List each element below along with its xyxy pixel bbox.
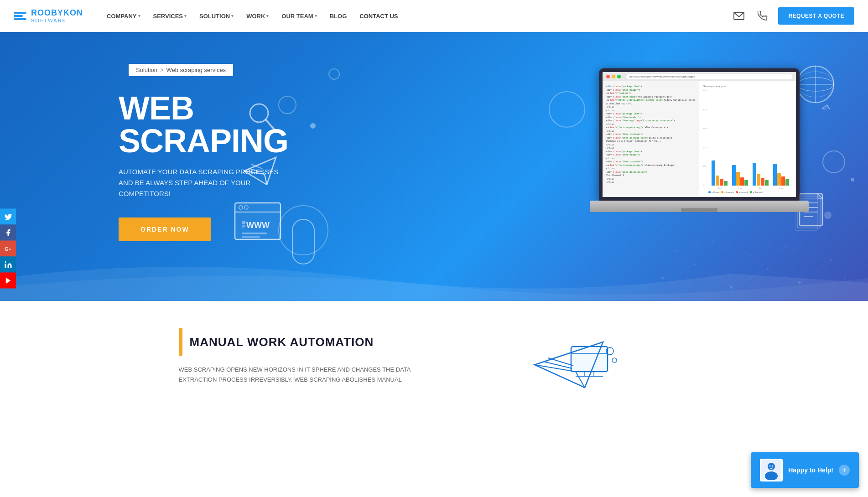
hero-content: WEB SCRAPING AUTOMATE YOUR DATA SCRAPING… bbox=[119, 92, 292, 241]
social-facebook[interactable] bbox=[0, 225, 16, 241]
browser-url: view-source:https://www.discovermeijer.c… bbox=[626, 74, 792, 79]
nav-solution[interactable]: SOLUTION ▾ bbox=[194, 9, 239, 23]
laptop-base bbox=[590, 201, 809, 212]
breadcrumb-parent[interactable]: Solution bbox=[136, 67, 157, 73]
order-now-button[interactable]: ORDER NOW bbox=[119, 217, 211, 241]
laptop-screen: view-source:https://www.discovermeijer.c… bbox=[599, 68, 800, 201]
nav-work[interactable]: WORK ▾ bbox=[241, 9, 274, 23]
laptop-illustration: view-source:https://www.discovermeijer.c… bbox=[590, 68, 809, 228]
nav-contact-us[interactable]: CONTACT US bbox=[354, 9, 403, 23]
code-panel: <div class="package-item"> <div class="i… bbox=[603, 81, 699, 197]
section-text: WEB SCRAPING OPENS NEW HORIZONS IN IT SP… bbox=[179, 365, 416, 385]
header: ROOBYKON SOFTWARE COMPANY ▾ SERVICES ▾ S… bbox=[0, 0, 868, 32]
nav-company[interactable]: COMPANY ▾ bbox=[101, 9, 146, 23]
header-icons: REQUEST A QUOTE bbox=[731, 7, 854, 25]
chevron-down-icon: ▾ bbox=[266, 14, 269, 18]
svg-line-42 bbox=[663, 264, 695, 278]
chevron-down-icon: ▾ bbox=[315, 14, 317, 18]
svg-line-50 bbox=[749, 246, 786, 255]
svg-line-44 bbox=[731, 269, 768, 287]
hero-title: WEB SCRAPING bbox=[119, 92, 292, 157]
social-youtube[interactable] bbox=[0, 273, 16, 289]
section-content: MANUAL WORK AUTOMATION WEB SCRAPING OPEN… bbox=[161, 328, 708, 401]
request-quote-button[interactable]: REQUEST A QUOTE bbox=[778, 7, 854, 25]
social-googleplus[interactable]: G+ bbox=[0, 241, 16, 257]
manual-work-section: MANUAL WORK AUTOMATION WEB SCRAPING OPEN… bbox=[0, 301, 868, 429]
social-twitter[interactable] bbox=[0, 209, 16, 225]
nav-blog[interactable]: BLOG bbox=[324, 9, 353, 23]
svg-marker-1 bbox=[5, 277, 10, 284]
pill-shape bbox=[292, 219, 315, 264]
automation-illustration bbox=[525, 328, 617, 401]
svg-line-47 bbox=[676, 251, 695, 264]
chevron-down-icon: ▾ bbox=[184, 14, 187, 18]
social-sidebar: G+ bbox=[0, 209, 16, 289]
chart-panel: Namespace app.vio 2500 2000 1500 1000 50… bbox=[699, 81, 796, 197]
section-title: MANUAL WORK AUTOMATION bbox=[190, 335, 374, 349]
logo-icon bbox=[14, 12, 26, 20]
section-title-area: MANUAL WORK AUTOMATION bbox=[179, 328, 416, 356]
phone-icon[interactable] bbox=[754, 8, 771, 24]
logo[interactable]: ROOBYKON SOFTWARE bbox=[14, 9, 83, 23]
svg-point-0 bbox=[5, 261, 6, 263]
nav-our-team[interactable]: OUR TEAM ▾ bbox=[276, 9, 322, 23]
chevron-down-icon: ▾ bbox=[231, 14, 234, 18]
svg-line-49 bbox=[713, 242, 749, 255]
social-linkedin[interactable] bbox=[0, 257, 16, 273]
svg-line-43 bbox=[695, 264, 731, 287]
main-nav: COMPANY ▾ SERVICES ▾ SOLUTION ▾ WORK ▾ O… bbox=[101, 9, 731, 23]
svg-point-62 bbox=[612, 358, 617, 362]
email-icon[interactable] bbox=[731, 8, 747, 24]
laptop-notch bbox=[681, 208, 717, 212]
chevron-down-icon: ▾ bbox=[138, 14, 140, 18]
svg-line-55 bbox=[548, 358, 573, 366]
svg-rect-57 bbox=[571, 347, 608, 372]
breadcrumb: Solution > Web scraping services bbox=[129, 64, 233, 76]
svg-line-48 bbox=[676, 242, 713, 251]
hero-subtitle: AUTOMATE YOUR DATA SCRAPING PROCESSES AN… bbox=[119, 166, 292, 199]
accent-bar bbox=[179, 328, 182, 356]
nav-services[interactable]: SERVICES ▾ bbox=[148, 9, 192, 23]
svg-line-45 bbox=[768, 269, 800, 283]
svg-point-41 bbox=[844, 277, 846, 279]
logo-text: ROOBYKON SOFTWARE bbox=[31, 9, 83, 23]
section-right bbox=[452, 328, 690, 401]
svg-line-51 bbox=[786, 246, 832, 260]
section-left: MANUAL WORK AUTOMATION WEB SCRAPING OPEN… bbox=[179, 328, 416, 385]
svg-line-46 bbox=[800, 260, 832, 283]
